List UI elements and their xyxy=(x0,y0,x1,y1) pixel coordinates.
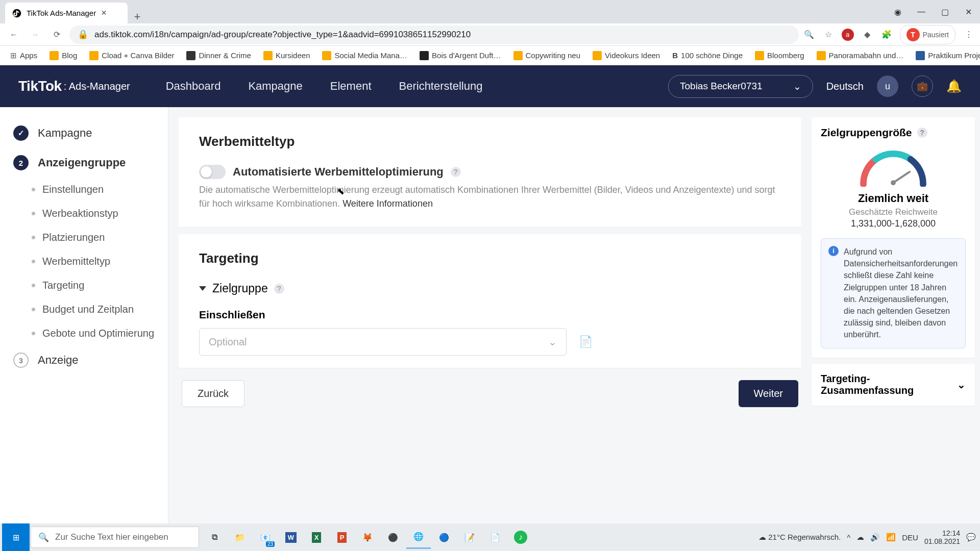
chrome-icon[interactable]: 🌐 xyxy=(406,525,431,549)
spotify-icon[interactable]: ♪ xyxy=(508,525,533,549)
wifi-icon[interactable]: 📶 xyxy=(886,533,896,542)
next-button[interactable]: Weiter xyxy=(739,380,798,407)
sidebar-item-budget[interactable]: Budget und Zeitplan xyxy=(0,297,168,321)
targeting-summary-card[interactable]: Targeting-Zusammenfassung ⌄ xyxy=(812,364,975,406)
back-button[interactable]: Zurück xyxy=(182,380,244,407)
weather-widget[interactable]: ☁ 21°C Regenwahrsch. xyxy=(758,533,841,542)
help-icon[interactable]: ? xyxy=(274,284,284,294)
help-icon[interactable]: ? xyxy=(451,167,461,177)
maximize-icon[interactable]: ▢ xyxy=(933,0,957,23)
window-close-icon[interactable]: ✕ xyxy=(957,0,980,23)
account-selector[interactable]: Tobias Becker0731 ⌄ xyxy=(668,75,813,98)
explorer-icon[interactable]: 📁 xyxy=(228,525,252,549)
obs-icon[interactable]: ⚫ xyxy=(381,525,405,549)
card-title: Werbemitteltyp xyxy=(199,134,781,149)
sidebar-item-werbeaktionstyp[interactable]: Werbeaktionstyp xyxy=(0,202,168,226)
edge-icon[interactable]: 🔵 xyxy=(432,525,456,549)
sidebar-item-werbemitteltyp[interactable]: Werbemitteltyp xyxy=(0,249,168,273)
step-anzeige[interactable]: 3 Anzeige xyxy=(0,345,168,375)
onedrive-icon[interactable]: ☁ xyxy=(856,533,864,542)
bookmark-item[interactable]: Dinner & Crime xyxy=(181,48,256,63)
bookmark-item[interactable]: Bois d'Argent Duft… xyxy=(414,48,506,63)
bookmark-item[interactable]: Videokurs Ideen xyxy=(587,48,665,63)
forward-button[interactable]: → xyxy=(27,26,44,43)
reload-button[interactable]: ⟳ xyxy=(48,26,65,43)
browser-tab[interactable]: TikTok Ads-Manager × xyxy=(5,3,128,23)
app-icon[interactable]: 📄 xyxy=(483,525,507,549)
firefox-icon[interactable]: 🦊 xyxy=(355,525,380,549)
task-view-icon[interactable]: ⧉ xyxy=(202,525,227,549)
svg-point-2 xyxy=(891,180,896,185)
tray-chevron-icon[interactable]: ^ xyxy=(847,533,850,542)
bookmark-item[interactable]: Kursideen xyxy=(258,48,315,63)
include-audience-select[interactable]: Optional ⌄ xyxy=(199,328,567,356)
nav-dashboard[interactable]: Dashboard xyxy=(166,80,221,93)
user-avatar[interactable]: u xyxy=(877,76,898,97)
sidebar-item-gebote[interactable]: Gebote und Optimierung xyxy=(0,321,168,345)
zielgruppe-section[interactable]: Zielgruppe ? xyxy=(199,282,781,295)
step-kampagne[interactable]: ✓ Kampagne xyxy=(0,118,168,148)
gauge-status: Ziemlich weit xyxy=(821,192,966,205)
close-icon[interactable]: × xyxy=(101,8,107,18)
sidebar-item-targeting[interactable]: Targeting xyxy=(0,273,168,297)
step-anzeigengruppe[interactable]: 2 Anzeigengruppe xyxy=(0,148,168,178)
bookmark-item[interactable]: Bloomberg xyxy=(750,48,810,63)
nav-kampagne[interactable]: Kampagne xyxy=(248,80,302,93)
sidebar-item-platzierungen[interactable]: Platzierungen xyxy=(0,226,168,249)
taskbar-search[interactable]: 🔍 Zur Suche Text hier eingeben xyxy=(31,527,199,548)
toggle-label: Automatisierte Werbemitteloptimierung xyxy=(233,165,444,179)
notifications-icon[interactable]: 💬 xyxy=(966,533,976,542)
new-tab-button[interactable]: + xyxy=(128,10,147,23)
add-audience-icon[interactable]: 📄 xyxy=(579,335,593,348)
toggle-description: Die automatische Werbemitteloptimierung … xyxy=(199,183,781,211)
learn-more-link[interactable]: Weitere Informationen xyxy=(342,198,433,209)
cast-icon[interactable]: ◉ xyxy=(886,0,910,23)
bookmark-item[interactable]: B100 schöne Dinge xyxy=(667,48,748,63)
language-selector[interactable]: Deutsch xyxy=(826,81,864,92)
apps-button[interactable]: ⊞Apps xyxy=(5,48,42,63)
auto-optimization-toggle[interactable] xyxy=(199,165,226,179)
help-icon[interactable]: ? xyxy=(917,128,927,138)
notepad-icon[interactable]: 📝 xyxy=(457,525,482,549)
sidebar-item-einstellungen[interactable]: Einstellungen xyxy=(0,178,168,202)
back-button[interactable]: ← xyxy=(5,26,22,43)
address-bar[interactable]: 🔒 ads.tiktok.com/i18n/campaign/ad-group/… xyxy=(69,26,799,44)
menu-icon[interactable]: ⋮ xyxy=(963,29,975,41)
extension-a-icon[interactable]: a xyxy=(842,29,854,41)
language-indicator[interactable]: DEU xyxy=(902,533,918,542)
card-title: Targeting xyxy=(199,251,781,266)
word-icon[interactable]: W xyxy=(279,525,303,549)
extension-b-icon[interactable]: ◆ xyxy=(861,29,873,41)
minimize-icon[interactable]: — xyxy=(910,0,933,23)
tab-title: TikTok Ads-Manager xyxy=(27,9,96,17)
extensions-icon[interactable]: 🧩 xyxy=(880,29,893,41)
volume-icon[interactable]: 🔊 xyxy=(870,533,880,542)
search-icon: 🔍 xyxy=(38,532,49,543)
sidebar: ✓ Kampagne 2 Anzeigengruppe Einstellunge… xyxy=(0,107,168,523)
start-button[interactable]: ⊞ xyxy=(2,523,30,551)
star-icon[interactable]: ☆ xyxy=(822,29,835,41)
nav-berichterstellung[interactable]: Berichterstellung xyxy=(399,80,483,93)
bookmark-item[interactable]: Copywriting neu xyxy=(508,48,586,63)
tiktok-favicon-icon xyxy=(12,9,21,18)
mail-icon[interactable]: 📧23 xyxy=(253,525,278,549)
profile-status[interactable]: T Pausiert xyxy=(900,25,955,44)
clock[interactable]: 12:14 01.08.2021 xyxy=(924,529,960,545)
bookmark-item[interactable]: Cload + Canva Bilder xyxy=(84,48,179,63)
check-icon: ✓ xyxy=(13,126,29,141)
bookmark-item[interactable]: Panoramabahn und… xyxy=(812,48,909,63)
bookmark-item[interactable]: Social Media Mana… xyxy=(317,48,412,63)
nav-element[interactable]: Element xyxy=(330,80,372,93)
chevron-down-icon: ⌄ xyxy=(548,336,557,348)
bookmarks-bar: ⊞Apps Blog Cload + Canva Bilder Dinner &… xyxy=(0,46,980,65)
bookmark-item[interactable]: Blog xyxy=(44,48,82,63)
caret-down-icon xyxy=(199,286,206,291)
bell-icon[interactable]: 🔔 xyxy=(946,79,962,93)
url-text: ads.tiktok.com/i18n/campaign/ad-group/cr… xyxy=(94,30,471,40)
bookmark-item[interactable]: Praktikum Projektm… xyxy=(911,48,980,63)
powerpoint-icon[interactable]: P xyxy=(330,525,354,549)
zoom-icon[interactable]: 🔍 xyxy=(803,29,815,41)
excel-icon[interactable]: X xyxy=(304,525,329,549)
tiktok-logo[interactable]: TikTok xyxy=(18,78,62,94)
briefcase-icon[interactable]: 💼 xyxy=(912,76,933,97)
